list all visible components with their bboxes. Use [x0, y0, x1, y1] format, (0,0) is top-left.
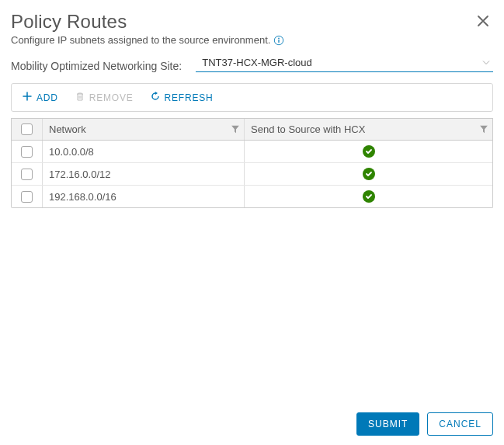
table-header: Network Send to Source with HCX	[12, 118, 492, 141]
table-row[interactable]: 192.168.0.0/16	[12, 186, 492, 207]
refresh-button[interactable]: REFRESH	[151, 92, 214, 103]
hcx-cell	[245, 163, 492, 185]
refresh-icon	[151, 92, 160, 103]
network-cell: 172.16.0.0/12	[43, 163, 245, 185]
select-all-cell	[12, 119, 43, 140]
row-checkbox[interactable]	[21, 146, 33, 158]
toolbar: ADD REMOVE REFRESH	[11, 83, 493, 112]
check-circle-icon	[363, 190, 375, 203]
site-selected-value: TNT37-HCX-MGR-cloud	[202, 57, 312, 68]
column-hcx[interactable]: Send to Source with HCX	[245, 119, 492, 140]
info-icon[interactable]	[273, 35, 284, 46]
site-label: Mobility Optimized Networking Site:	[11, 60, 182, 72]
add-button[interactable]: ADD	[23, 92, 58, 103]
select-all-checkbox[interactable]	[21, 123, 33, 135]
column-network[interactable]: Network	[43, 119, 245, 140]
filter-icon[interactable]	[231, 123, 239, 135]
dialog-footer: SUBMIT CANCEL	[356, 412, 493, 436]
chevron-down-icon	[482, 57, 490, 68]
svg-point-1	[279, 37, 280, 39]
svg-rect-2	[279, 39, 280, 42]
close-icon[interactable]	[473, 11, 493, 33]
network-cell: 192.168.0.0/16	[43, 186, 245, 207]
check-circle-icon	[363, 168, 375, 180]
site-row: Mobility Optimized Networking Site: TNT3…	[11, 54, 493, 72]
policy-routes-dialog: Policy Routes Configure IP subnets assig…	[0, 0, 504, 208]
dialog-title: Policy Routes	[11, 11, 284, 33]
filter-icon[interactable]	[480, 123, 488, 135]
hcx-cell	[245, 186, 492, 207]
row-checkbox[interactable]	[21, 169, 33, 180]
remove-button: REMOVE	[75, 92, 134, 103]
hcx-cell	[245, 141, 492, 162]
table-row[interactable]: 10.0.0.0/8	[12, 141, 492, 163]
dialog-subtitle: Configure IP subnets assigned to the sou…	[11, 34, 284, 46]
check-circle-icon	[363, 145, 375, 158]
dialog-header: Policy Routes Configure IP subnets assig…	[11, 11, 493, 46]
table-body: 10.0.0.0/8172.16.0.0/12192.168.0.0/16	[12, 141, 492, 207]
routes-table: Network Send to Source with HCX 10.0.0.0…	[11, 118, 493, 208]
table-row[interactable]: 172.16.0.0/12	[12, 163, 492, 186]
site-select[interactable]: TNT37-HCX-MGR-cloud	[196, 54, 493, 72]
cancel-button[interactable]: CANCEL	[427, 412, 493, 436]
trash-icon	[75, 92, 85, 103]
row-checkbox[interactable]	[21, 191, 33, 203]
network-cell: 10.0.0.0/8	[43, 141, 245, 162]
plus-icon	[23, 92, 32, 103]
submit-button[interactable]: SUBMIT	[356, 412, 419, 436]
